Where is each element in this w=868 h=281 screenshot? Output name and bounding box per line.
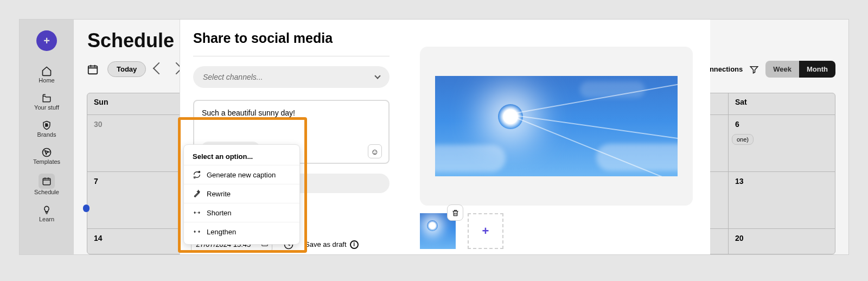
preview-panel: + [403,20,710,254]
option-label: Rewrite [207,190,231,198]
media-thumbnails: + [420,213,693,249]
shield-icon: B [41,119,53,131]
templates-icon [41,146,53,158]
calendar-cell[interactable]: 7 [87,172,194,228]
caption-text: Such a beautiful sunny day! [202,108,295,117]
nav-label: Learn [39,216,54,222]
chevron-left-icon [153,62,165,74]
today-button[interactable]: Today [107,61,146,77]
nav-item-templates[interactable]: Templates [20,142,74,169]
cloud [435,145,506,172]
add-media-button[interactable]: + [468,213,503,249]
week-toggle[interactable]: Week [765,61,799,78]
svg-rect-2 [43,178,50,185]
channel-select[interactable]: Select channels... [193,66,390,88]
view-toggle: Week Month [765,61,835,78]
preview-image [435,76,678,176]
nav-item-brands[interactable]: B Brands [20,115,74,142]
event-marker[interactable] [83,205,90,212]
option-lengthen[interactable]: Lengthen [184,222,299,241]
home-icon [41,65,53,77]
svg-point-4 [199,172,200,173]
filter-button[interactable] [749,65,759,74]
option-label: Lengthen [207,228,236,236]
option-label: Shorten [207,209,232,217]
chevron-down-icon [374,73,380,79]
calendar-cell[interactable]: 20 [729,229,835,255]
channel-placeholder: Select channels... [203,73,263,81]
create-new-button[interactable]: + [36,30,57,51]
trash-icon [451,209,459,217]
svg-text:B: B [46,123,48,127]
preview-card [420,47,693,206]
calendar-cell[interactable]: 14 [87,229,194,255]
nav-item-yourstuff[interactable]: Your stuff [20,88,74,115]
save-draft-button[interactable]: Save as draft i [305,240,359,249]
share-panel: Share to social media Select channels...… [180,20,403,254]
app-window: + Home Your stuff B Brands Templates [19,19,849,255]
save-draft-label: Save as draft [305,240,347,248]
wand-icon [193,189,201,198]
bulb-icon [41,204,53,216]
emoji-icon: ☺ [371,147,379,156]
plus-icon: + [482,224,489,238]
nav-label: Templates [33,158,60,165]
cloud [596,144,678,171]
month-toggle[interactable]: Month [799,61,835,78]
option-shorten[interactable]: Shorten [184,203,299,222]
divider [193,56,390,56]
day-header: Sat [729,93,835,114]
nav-item-learn[interactable]: Learn [20,200,74,227]
lengthen-icon [193,227,201,236]
sun-graphic [427,220,438,231]
nav-label: Home [39,77,54,84]
info-icon: i [350,240,359,249]
regenerate-icon [193,170,201,179]
calendar-cell[interactable]: 30 [87,115,194,171]
nav-label: Brands [37,131,56,138]
svg-rect-3 [88,66,98,74]
calendar-picker-icon[interactable] [87,63,99,75]
option-generate-new[interactable]: Generate new caption [184,165,299,184]
nav-item-schedule[interactable]: Schedule [20,169,74,200]
folder-icon [41,92,53,104]
nav-label: Schedule [34,189,59,195]
event-chip[interactable]: one) [732,134,754,145]
prev-button[interactable] [155,64,163,75]
calendar-cell[interactable]: 6one) [729,115,835,171]
cloud [580,81,645,98]
nav-item-home[interactable]: Home [20,61,74,88]
shorten-icon [193,208,201,217]
day-header: Sun [87,93,194,114]
generate-menu: Select an option... Generate new caption… [183,144,300,245]
share-modal: Share to social media Select channels...… [180,20,710,254]
share-title: Share to social media [193,30,390,46]
menu-title: Select an option... [184,150,299,165]
delete-media-button[interactable] [447,205,463,221]
sunray [508,114,678,146]
calendar-cell[interactable]: 13 [729,172,835,228]
emoji-picker-button[interactable]: ☺ [368,144,382,158]
option-label: Generate new caption [207,171,276,179]
option-rewrite[interactable]: Rewrite [184,184,299,203]
calendar-icon [39,174,55,189]
nav-rail: + Home Your stuff B Brands Templates [20,20,74,254]
nav-label: Your stuff [34,104,59,111]
